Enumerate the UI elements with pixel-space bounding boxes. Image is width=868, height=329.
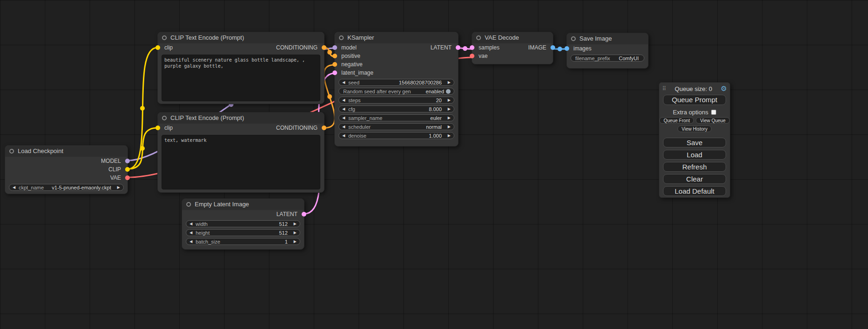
node-clip-text-encode-positive[interactable]: CLIP Text Encode (Prompt) clip CONDITION… [157, 32, 325, 104]
decrement-arrow-icon[interactable]: ◀ [342, 80, 347, 84]
increment-arrow-icon[interactable]: ▶ [445, 80, 451, 84]
load-button[interactable]: Load [663, 150, 726, 160]
widget-label: scheduler [347, 124, 371, 130]
collapse-dot-icon[interactable] [339, 35, 344, 40]
increment-arrow-icon[interactable]: ▶ [445, 116, 451, 120]
settings-gear-icon[interactable]: ⚙ [721, 84, 727, 93]
prompt-textarea[interactable]: beautiful scenery nature glass bottle la… [162, 55, 320, 101]
decrement-arrow-icon[interactable]: ◀ [13, 185, 18, 189]
output-slot-model[interactable] [125, 159, 130, 163]
prompt-textarea[interactable]: text, watermark [162, 135, 320, 189]
node-load-checkpoint[interactable]: Load Checkpoint MODEL CLIP VAE ◀ ckpt_na… [5, 145, 128, 194]
decrement-arrow-icon[interactable]: ◀ [342, 98, 347, 102]
node-title-bar[interactable]: CLIP Text Encode (Prompt) [158, 112, 324, 124]
extra-options-checkbox[interactable] [711, 110, 716, 115]
node-title-bar[interactable]: Load Checkpoint [5, 146, 127, 157]
widget-filename-prefix[interactable]: filename_prefix ComfyUI [571, 55, 644, 62]
node-clip-text-encode-negative[interactable]: CLIP Text Encode (Prompt) clip CONDITION… [157, 112, 325, 193]
widget-random-seed-toggle[interactable]: Random seed after every gen enabled [339, 88, 454, 95]
input-slot-images[interactable] [565, 46, 569, 51]
widget-sampler-name[interactable]: ◀ sampler_name euler ▶ [339, 114, 454, 121]
widget-value: v1-5-pruned-emaonly.ckpt [44, 185, 115, 190]
input-slot-negative[interactable] [332, 62, 337, 67]
widget-ckpt-name[interactable]: ◀ ckpt_name v1-5-pruned-emaonly.ckpt ▶ [9, 184, 124, 191]
input-slot-clip[interactable] [155, 45, 160, 50]
input-slot-samples[interactable] [470, 45, 474, 50]
node-ksampler[interactable]: KSampler model LATENT positive negative … [334, 32, 459, 147]
widget-steps[interactable]: ◀ steps 20 ▶ [339, 97, 454, 104]
clear-button[interactable]: Clear [663, 174, 726, 184]
widget-label: sampler_name [347, 115, 382, 121]
widget-batch-size[interactable]: ◀ batch_size 1 ▶ [186, 238, 300, 245]
refresh-button[interactable]: Refresh [663, 162, 726, 172]
input-label-latent-image: latent_image [341, 70, 374, 76]
collapse-dot-icon[interactable] [186, 202, 191, 207]
output-slot-latent[interactable] [456, 45, 460, 50]
node-title-bar[interactable]: KSampler [335, 32, 458, 43]
output-slot-image[interactable] [550, 45, 555, 50]
node-title-bar[interactable]: CLIP Text Encode (Prompt) [158, 32, 324, 43]
node-title-bar[interactable]: Save Image [567, 33, 648, 44]
collapse-dot-icon[interactable] [162, 116, 167, 120]
decrement-arrow-icon[interactable]: ◀ [190, 239, 195, 244]
increment-arrow-icon[interactable]: ▶ [291, 222, 296, 226]
output-slot-conditioning[interactable] [322, 126, 326, 130]
decrement-arrow-icon[interactable]: ◀ [342, 133, 347, 138]
link-midpoint-dot [140, 146, 145, 151]
node-title-bar[interactable]: VAE Decode [472, 32, 553, 43]
node-title-bar[interactable]: Empty Latent Image [182, 199, 304, 210]
increment-arrow-icon[interactable]: ▶ [291, 231, 296, 235]
output-label-clip: CLIP [108, 166, 121, 173]
increment-arrow-icon[interactable]: ▶ [445, 98, 451, 102]
node-title: Load Checkpoint [18, 147, 64, 154]
widget-label: seed [347, 80, 360, 85]
decrement-arrow-icon[interactable]: ◀ [190, 222, 195, 226]
widget-denoise[interactable]: ◀ denoise 1.000 ▶ [339, 132, 454, 139]
output-slot-latent[interactable] [302, 212, 306, 217]
decrement-arrow-icon[interactable]: ◀ [342, 116, 347, 120]
widget-cfg[interactable]: ◀ cfg 8.000 ▶ [339, 105, 454, 112]
increment-arrow-icon[interactable]: ▶ [445, 125, 451, 129]
decrement-arrow-icon[interactable]: ◀ [342, 125, 347, 129]
queue-size-label: Queue size: 0 [675, 85, 712, 92]
input-label-samples: samples [479, 44, 500, 51]
widget-width[interactable]: ◀ width 512 ▶ [186, 220, 300, 227]
extra-options-label: Extra options [673, 109, 708, 116]
toggle-knob-icon[interactable] [446, 89, 451, 94]
queue-front-button[interactable]: Queue Front [659, 117, 694, 124]
collapse-dot-icon[interactable] [476, 35, 481, 40]
collapse-dot-icon[interactable] [9, 149, 14, 154]
increment-arrow-icon[interactable]: ▶ [115, 185, 120, 189]
collapse-dot-icon[interactable] [162, 35, 167, 40]
input-label-positive: positive [341, 53, 360, 59]
widget-height[interactable]: ◀ height 512 ▶ [186, 229, 300, 236]
output-label-vae: VAE [110, 175, 121, 181]
collapse-dot-icon[interactable] [571, 36, 576, 41]
input-slot-latent-image[interactable] [332, 70, 337, 75]
decrement-arrow-icon[interactable]: ◀ [342, 107, 347, 111]
node-empty-latent-image[interactable]: Empty Latent Image LATENT ◀ width 512 ▶ … [182, 198, 304, 250]
input-slot-model[interactable] [332, 45, 337, 50]
input-slot-positive[interactable] [332, 54, 337, 58]
node-vae-decode[interactable]: VAE Decode samples IMAGE vae [472, 32, 553, 64]
output-slot-vae[interactable] [125, 175, 130, 180]
widget-seed[interactable]: ◀ seed 156680208700286 ▶ [339, 79, 454, 86]
save-button[interactable]: Save [663, 138, 726, 147]
widget-scheduler[interactable]: ◀ scheduler normal ▶ [339, 123, 454, 130]
decrement-arrow-icon[interactable]: ◀ [190, 231, 195, 235]
output-slot-conditioning[interactable] [322, 45, 326, 50]
input-slot-vae[interactable] [470, 54, 474, 58]
view-history-button[interactable]: View History [677, 126, 712, 132]
output-slot-clip[interactable] [125, 167, 130, 172]
node-save-image[interactable]: Save Image images filename_prefix ComfyU… [566, 33, 649, 69]
node-title: CLIP Text Encode (Prompt) [170, 34, 244, 41]
queue-prompt-button[interactable]: Queue Prompt [663, 95, 726, 105]
increment-arrow-icon[interactable]: ▶ [445, 107, 451, 111]
view-queue-button[interactable]: View Queue [696, 117, 729, 124]
load-default-button[interactable]: Load Default [663, 186, 726, 196]
increment-arrow-icon[interactable]: ▶ [291, 239, 296, 244]
increment-arrow-icon[interactable]: ▶ [445, 133, 451, 138]
drag-handle-icon[interactable]: ⠿ [662, 85, 666, 92]
output-label-conditioning: CONDITIONING [276, 44, 318, 51]
input-slot-clip[interactable] [155, 126, 160, 130]
